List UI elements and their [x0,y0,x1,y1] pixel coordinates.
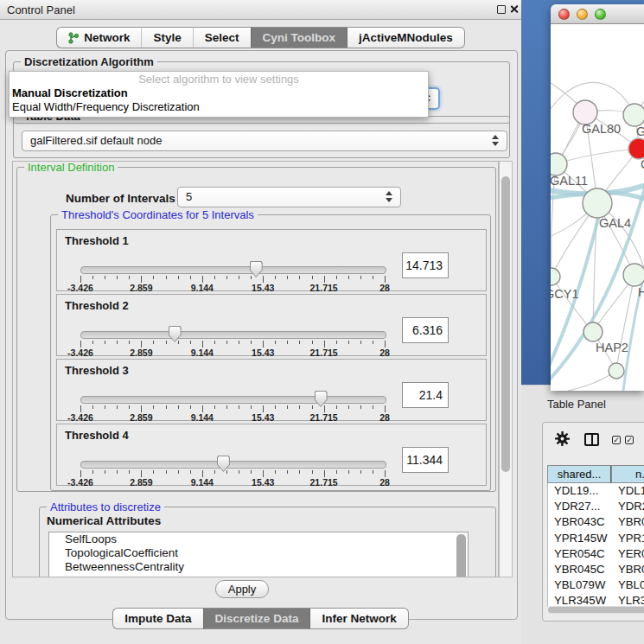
dropdown-hint: Select algorithm to view settings [10,72,428,86]
cell-shared-name: YDL19... [548,483,612,499]
checkbox-icon[interactable]: ✓ [625,436,634,444]
network-node-h[interactable] [623,264,644,286]
slider-track[interactable] [80,461,386,469]
number-of-intervals-label: Number of Intervals [66,192,175,205]
column-header-shared-name[interactable]: shared... [547,465,611,483]
slider-tick-labels: -3.4262.8599.14415.4321.71528 [80,412,385,422]
threshold-panel-1: Threshold 1-3.4262.8599.14415.4321.71528… [56,229,487,291]
tab-select[interactable]: Select [193,27,251,48]
tab-cyni-toolbox[interactable]: Cyni Toolbox [251,27,348,48]
thresholds-group: Threshold's Coordinates for 5 Intervals … [50,214,491,491]
table-panel-region: Table Panel ✓ ✓ shared...n... YDL19...YD… [521,385,644,644]
attribute-list-item[interactable]: TopologicalCoefficient [49,546,468,560]
network-node[interactable] [609,363,624,379]
slider-track[interactable] [80,266,386,274]
network-edge [616,275,634,369]
threshold-value-field[interactable]: 6.316 [402,317,449,343]
attributes-group-title: Attributes to discretize [47,501,164,513]
network-node-label: GAL80 [582,122,621,136]
slider-tick-labels: -3.4262.8599.14415.4321.71528 [80,283,385,292]
cell-name: YER054C [612,546,644,562]
table-data-combobox[interactable]: galFiltered.sif default node [22,131,507,151]
threshold-panel-4: Threshold 4-3.4262.8599.14415.4321.71528… [56,424,487,486]
threshold-label: Threshold 1 [65,234,129,247]
slider-track[interactable] [80,331,386,339]
list-scrollbar[interactable] [456,534,466,577]
thresholds-group-title: Threshold's Coordinates for 5 Intervals [58,208,258,221]
tab-style[interactable]: Style [141,27,192,48]
network-edge [556,149,639,164]
network-canvas[interactable]: GAL80GACGAL11GAL4GCY1HHAP2 [551,24,644,391]
table-row[interactable]: YER054CYER054C [548,546,644,562]
network-node-gal80[interactable] [573,100,597,124]
network-node-label: C [641,157,644,171]
checkbox-icon[interactable]: ✓ [612,436,621,444]
network-node-gcy1[interactable] [551,268,560,285]
control-panel-window: Control Panel NetworkStyleSelectCyni Too… [0,0,522,644]
algorithm-dropdown-popup: Select algorithm to view settings Manual… [9,71,429,118]
close-traffic-light-icon[interactable] [558,9,570,20]
tab-network[interactable]: Network [56,27,141,48]
table-body: YDL19...YDL19...YDR27...YDR27...YBR043CY… [547,483,644,607]
table-horizontal-scrollbar[interactable] [548,606,644,614]
minimize-traffic-light-icon[interactable] [577,9,588,20]
table-row[interactable]: YBR043CYBR043C [548,514,644,530]
cell-name: YLR345W [612,593,644,607]
cell-name: YDR27... [612,499,644,514]
settings-vertical-scrollbar[interactable] [499,161,513,577]
threshold-value-field[interactable]: 11.344 [402,447,449,473]
table-row[interactable]: YPR145WYPR145W [548,531,644,546]
zoom-traffic-light-icon[interactable] [595,9,606,20]
tab-label: jActiveMNodules [359,31,453,44]
table-row[interactable]: YDL19...YDL19... [548,483,644,499]
settings-scroll-area: Interval Definition Number of Intervals … [12,161,499,577]
tab-discretize-data[interactable]: Discretize Data [203,608,310,629]
network-node-label: HAP2 [596,341,628,354]
close-icon[interactable] [509,4,519,14]
scrollbar-thumb[interactable] [501,176,510,472]
network-node-hap2[interactable] [583,322,603,341]
table-row[interactable]: YLR345WYLR345W [548,593,644,607]
cell-name: YBL079W [612,577,644,593]
number-of-intervals-combobox[interactable]: 5 [177,187,401,207]
float-window-icon[interactable] [497,5,506,14]
bottom-tab-bar: Impute DataDiscretize DataInfer Network [0,608,521,629]
tab-impute-data[interactable]: Impute Data [112,608,202,629]
tab-jactivemnodules[interactable]: jActiveMNodules [347,27,465,48]
apply-button[interactable]: Apply [215,580,269,598]
cell-name: YDL19... [612,483,644,499]
threshold-label: Threshold 3 [65,364,129,377]
numerical-attributes-list[interactable]: SelfLoopsTopologicalCoefficientBetweenne… [48,532,469,577]
cell-shared-name: YDR27... [548,499,612,514]
tab-label: Infer Network [322,612,396,625]
scrollbar-thumb[interactable] [548,607,644,613]
interval-definition-group: Interval Definition Number of Intervals … [16,167,496,492]
network-node-ga[interactable] [623,104,644,126]
slider-tick-labels: -3.4262.8599.14415.4321.71528 [80,348,385,357]
slider-track[interactable] [80,396,386,404]
network-node-gal11[interactable] [551,153,567,175]
network-node-label: GCY1 [551,287,579,301]
column-header-name[interactable]: n... [611,465,644,483]
network-node-gal4[interactable] [583,188,612,218]
table-row[interactable]: YDR27...YDR27... [548,499,644,514]
attribute-list-item[interactable]: SelfLoops [49,532,468,546]
dropdown-option-manual-discretization[interactable]: Manual Discretization [10,86,428,100]
columns-icon[interactable] [584,433,599,446]
table-row[interactable]: YBL079WYBL079W [548,577,644,593]
network-view-window: GAL80GACGAL11GAL4GCY1HHAP2 [551,4,644,391]
dropdown-option-equal-width-frequency[interactable]: Equal Width/Frequency Discretization [10,100,428,114]
network-window-titlebar[interactable] [551,4,644,24]
cell-shared-name: YLR345W [548,593,612,607]
cell-name: YBR045C [612,562,644,577]
gear-icon[interactable] [554,430,571,447]
tab-infer-network[interactable]: Infer Network [309,608,408,629]
table-row[interactable]: YBR045CYBR045C [548,562,644,577]
threshold-value-field[interactable]: 21.4 [402,382,449,408]
network-node-label: GAL11 [551,174,588,188]
network-node-c[interactable] [628,138,644,159]
attribute-list-item[interactable]: BetweennessCentrality [49,560,468,574]
number-of-intervals-value: 5 [186,190,192,203]
threshold-value-field[interactable]: 14.713 [402,252,449,278]
combo-arrows-icon [386,191,394,202]
